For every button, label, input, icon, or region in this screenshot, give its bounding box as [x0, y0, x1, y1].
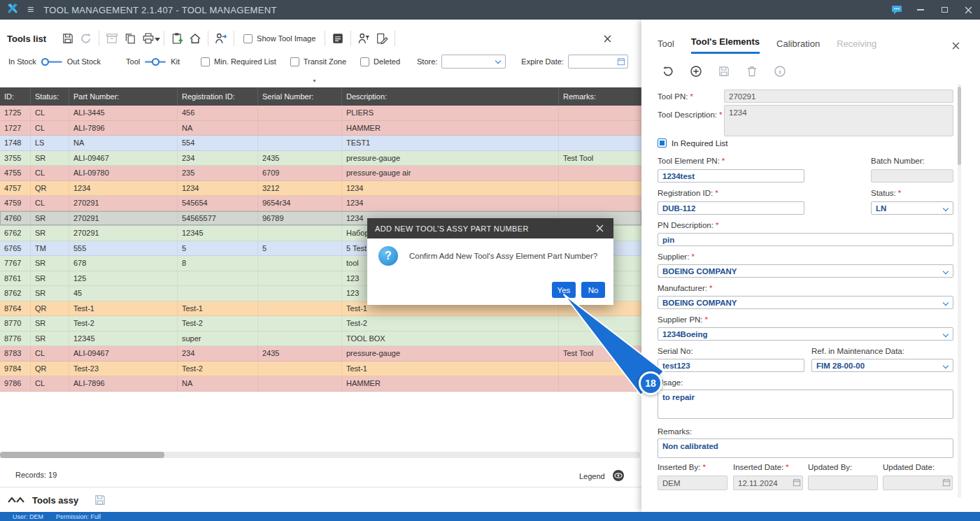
close-button[interactable] [962, 3, 974, 16]
cell-reg: 12345 [178, 226, 258, 241]
column-header-desc[interactable]: Description: [342, 87, 559, 106]
supplier-select[interactable]: BOEING COMPANY [658, 264, 953, 278]
in-required-list-checkbox[interactable]: In Required List [658, 138, 728, 148]
cell-remarks [559, 316, 641, 331]
table-row[interactable]: 1727CLALI-7896NAHAMMER [0, 121, 641, 136]
tab-tools-elements[interactable]: Tool's Elements [691, 36, 760, 54]
cell-remarks: Test Tool [559, 346, 641, 361]
splitter-caret-icon[interactable]: ▼ [312, 78, 317, 83]
column-header-remarks[interactable]: Remarks: [559, 87, 641, 106]
cell-pn: ALI-09467 [69, 151, 178, 166]
element-pn-field[interactable] [658, 169, 804, 183]
panel-icon[interactable] [329, 29, 347, 48]
usage-field[interactable]: to repair [658, 390, 953, 419]
horizontal-scrollbar[interactable] [0, 452, 640, 458]
registration-id-field[interactable] [658, 201, 804, 215]
column-header-status[interactable]: Status: [31, 87, 69, 106]
print-caret-down-icon[interactable] [155, 32, 160, 45]
table-row[interactable]: 8776SR12345superTOOL BOX [0, 331, 641, 347]
tab-calibration[interactable]: Calibration [776, 38, 820, 54]
cell-id: 7767 [0, 256, 31, 271]
table-row[interactable]: 9786CLALI-7896NAHAMMER [0, 376, 641, 392]
cell-serial: 96789 [258, 211, 342, 226]
copy-icon[interactable] [121, 29, 139, 48]
deleted-checkbox[interactable]: Deleted [360, 57, 400, 66]
tools-assy-title[interactable]: Tools assy [32, 495, 78, 506]
cell-status: QR [31, 362, 69, 376]
supplier-pn-select[interactable]: 1234Boeing [658, 327, 953, 341]
menu-icon[interactable]: ≡ [27, 3, 34, 16]
import-icon[interactable] [168, 29, 186, 48]
minimize-button[interactable] [914, 3, 927, 16]
detail-close-icon[interactable] [946, 36, 965, 55]
collapse-chevrons-icon[interactable] [7, 494, 25, 506]
no-button[interactable]: No [581, 282, 605, 298]
transit-zone-checkbox[interactable]: Transit Zone [290, 57, 346, 66]
ref-maintenance-select[interactable]: FIM 28-00-00 [811, 359, 953, 372]
cell-pn: ALI-3445 [69, 106, 178, 120]
manufacturer-select[interactable]: BOEING COMPANY [658, 296, 953, 309]
calendar-icon [793, 478, 801, 487]
show-tool-image-checkbox[interactable]: Show Tool Image [243, 34, 315, 43]
table-row[interactable]: 8783CLALI-094672342435pressure-gaugeTest… [0, 346, 641, 362]
tools-list-close-icon[interactable] [598, 29, 616, 48]
cell-id: 8762 [0, 286, 31, 301]
assy-save-icon[interactable] [91, 491, 109, 509]
chevron-down-icon [495, 58, 501, 64]
table-row[interactable]: 1748LSNA554TEST1 [0, 136, 641, 151]
cell-status: SR [31, 226, 69, 241]
column-header-id[interactable]: ID: [0, 87, 31, 106]
save-icon[interactable] [59, 29, 77, 48]
toolbar-separator [395, 31, 395, 46]
filter-user-icon[interactable] [355, 29, 373, 48]
cell-pn: NA [69, 136, 178, 150]
expire-date-input[interactable] [568, 55, 628, 69]
table-row[interactable]: 3755SRALI-094672342435pressure-gaugeTest… [0, 151, 641, 166]
cell-desc: Test-1 [342, 362, 559, 376]
stock-toggle[interactable] [41, 57, 62, 66]
updated-date-field [883, 476, 953, 490]
column-header-pn[interactable]: Part Number: [69, 87, 178, 106]
table-row[interactable]: 4759CL2702915456549654r341234 [0, 196, 641, 211]
cell-status: CL [31, 121, 69, 136]
chevron-down-icon [943, 206, 949, 211]
app-logo-icon [6, 2, 19, 17]
table-row[interactable]: 9784QRTest-23Test-2Test-1 [0, 362, 641, 377]
min-required-checkbox[interactable]: Min. Required List [201, 57, 276, 66]
edit-icon[interactable] [373, 29, 391, 48]
store-select[interactable] [441, 55, 506, 69]
column-header-reg[interactable]: Registration ID: [178, 87, 258, 106]
table-row[interactable]: 8770SRTest-2Test-2Test-2 [0, 316, 641, 331]
serial-no-field[interactable] [658, 359, 804, 372]
vertical-scrollbar[interactable] [958, 84, 961, 498]
refresh-icon[interactable] [77, 29, 95, 48]
cell-status: SR [31, 151, 69, 166]
chat-icon[interactable] [890, 3, 903, 16]
calendar-icon [617, 57, 625, 66]
cell-remarks [559, 362, 641, 376]
remarks-field[interactable]: Non calibrated [658, 438, 953, 458]
home-icon[interactable] [186, 29, 204, 48]
table-row[interactable]: 4757QR1234123432121234 [0, 181, 641, 197]
yes-button[interactable]: Yes [552, 282, 576, 298]
cell-id: 9784 [0, 362, 31, 376]
status-select[interactable]: LN [871, 201, 953, 215]
table-row[interactable]: 1725CLALI-3445456PLIERS [0, 106, 641, 121]
column-header-serial[interactable]: Serial Number: [258, 87, 342, 106]
dialog-close-icon[interactable] [593, 222, 606, 235]
add-icon[interactable] [688, 63, 704, 80]
legend-eye-icon[interactable] [612, 469, 625, 483]
undo-icon[interactable] [660, 63, 676, 80]
cell-pn: Test-23 [69, 362, 178, 376]
transit-zone-label: Transit Zone [304, 57, 346, 66]
tab-tool[interactable]: Tool [658, 38, 674, 54]
tool-kit-toggle[interactable] [145, 57, 166, 66]
table-row[interactable]: 4755CLALI-097802356709pressure-gauge air [0, 166, 641, 181]
checkbox-icon [290, 57, 299, 66]
scrollbar-thumb[interactable] [958, 87, 961, 165]
restore-button[interactable] [938, 3, 951, 16]
user-transfer-icon[interactable] [212, 29, 230, 48]
scrollbar-thumb[interactable] [0, 452, 164, 458]
pn-description-field[interactable] [658, 233, 953, 246]
archive-icon[interactable] [103, 29, 121, 48]
